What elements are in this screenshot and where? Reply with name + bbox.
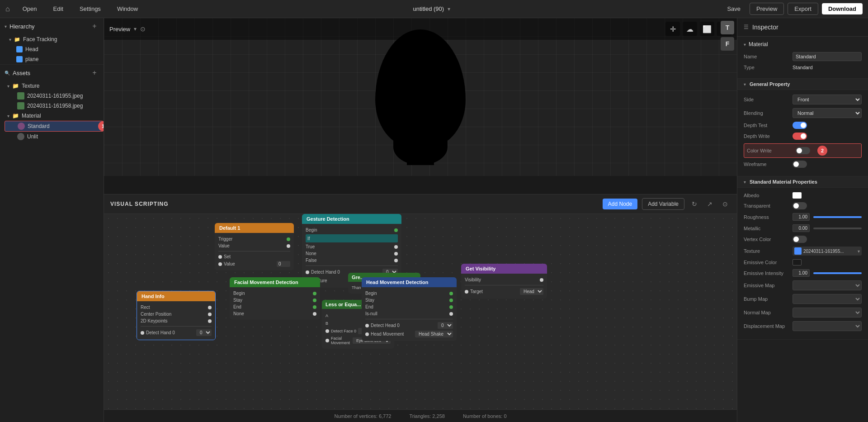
emissive-map-label: Emissive Map bbox=[744, 283, 789, 288]
visibility-out: Visibility bbox=[465, 276, 543, 283]
metallic-value[interactable]: 0.00 bbox=[793, 224, 810, 232]
texture-group-header[interactable]: ▾ 📁 Texture bbox=[5, 81, 104, 91]
emissive-map-select[interactable] bbox=[793, 280, 862, 290]
asset-texture-0[interactable]: 20240311-161955.jpeg bbox=[5, 91, 104, 101]
general-property-header[interactable]: ▾ General Property bbox=[737, 79, 868, 90]
vertex-color-toggle[interactable] bbox=[793, 236, 807, 243]
scripting-canvas[interactable]: Default 1 Trigger Value bbox=[104, 214, 737, 409]
albedo-label: Albedo bbox=[744, 193, 789, 198]
standard-material-thumb bbox=[18, 123, 25, 130]
menu-window[interactable]: Window bbox=[113, 4, 142, 14]
head-movement-type-select[interactable]: Head Shake bbox=[415, 331, 453, 337]
sidebar-item-face-tracking[interactable]: ▾ 📁 Face Tracking bbox=[0, 34, 104, 44]
menu-settings[interactable]: Settings bbox=[76, 4, 104, 14]
color-write-thumb bbox=[797, 148, 802, 153]
hierarchy-header[interactable]: ▾ Hierarchy + bbox=[0, 18, 104, 34]
preview-tool-cloud[interactable]: ☁ bbox=[683, 22, 697, 36]
scripting-export-icon[interactable]: ↗ bbox=[704, 199, 715, 209]
material-group-header[interactable]: ▾ 📁 Material bbox=[5, 111, 104, 121]
menu-edit[interactable]: Edit bbox=[49, 4, 66, 14]
displacement-map-row: Displacement Map bbox=[744, 321, 862, 331]
roughness-label: Roughness bbox=[744, 214, 789, 220]
asset-texture-1[interactable]: 20240311-161958.jpeg bbox=[5, 101, 104, 111]
title-dropdown-icon[interactable]: ▾ bbox=[448, 6, 450, 12]
gesture-none-dot bbox=[394, 252, 398, 256]
home-icon[interactable]: ⌂ bbox=[5, 5, 10, 13]
roughness-fill bbox=[813, 216, 862, 218]
wireframe-toggle[interactable] bbox=[793, 161, 807, 168]
sidebar-item-head[interactable]: Head bbox=[0, 44, 104, 54]
inspector-header: ☰ Inspector bbox=[737, 18, 868, 37]
roughness-value[interactable]: 1.00 bbox=[793, 213, 810, 221]
head-detect-select[interactable]: 0 bbox=[438, 322, 453, 329]
texture-picker[interactable]: 20240311-161955... ▾ bbox=[793, 247, 862, 256]
preview-tool-screen[interactable]: ⬜ bbox=[700, 22, 714, 36]
vertex-color-thumb bbox=[793, 237, 799, 242]
texture-row: Texture 20240311-161955... ▾ bbox=[744, 247, 862, 256]
export-button[interactable]: Export bbox=[788, 3, 818, 15]
assets-header[interactable]: 🔍 Assets + bbox=[0, 65, 104, 81]
head-end-dot bbox=[449, 305, 453, 309]
hierarchy-add-button[interactable]: + bbox=[90, 22, 99, 31]
std-material-title: Standard Material Properties bbox=[750, 179, 862, 185]
transparent-toggle[interactable] bbox=[793, 202, 807, 209]
emissive-intensity-value[interactable]: 1.00 bbox=[793, 269, 810, 277]
preview-button[interactable]: Preview bbox=[750, 3, 784, 15]
displacement-map-label: Displacement Map bbox=[744, 323, 789, 329]
depth-test-toggle[interactable] bbox=[793, 122, 807, 129]
depth-write-toggle[interactable] bbox=[793, 133, 807, 140]
displacement-map-select[interactable] bbox=[793, 321, 862, 331]
color-write-highlighted-row: Color Write 2 bbox=[744, 143, 862, 158]
head-movement-type-label: Head Movement bbox=[371, 332, 413, 337]
bump-map-label: Bump Map bbox=[744, 296, 789, 302]
download-button[interactable]: Download bbox=[822, 3, 863, 14]
lessequal-facial-dot bbox=[326, 339, 329, 342]
preview-settings-icon[interactable]: ⊙ bbox=[140, 25, 146, 33]
bump-map-select[interactable] bbox=[793, 294, 862, 304]
blending-select[interactable]: Normal bbox=[793, 108, 862, 118]
emissive-color-label: Emissive Color bbox=[744, 260, 789, 265]
color-write-toggle[interactable] bbox=[796, 147, 810, 154]
asset-material-unlit[interactable]: Unlit bbox=[5, 132, 104, 142]
scripting-settings-icon[interactable]: ⊙ bbox=[720, 199, 731, 209]
metallic-slider[interactable] bbox=[813, 228, 862, 229]
material-name-row: Name bbox=[744, 52, 862, 61]
menu-open[interactable]: Open bbox=[19, 4, 41, 14]
depth-write-label: Depth Write bbox=[744, 133, 789, 139]
handinfo-detect-select[interactable]: 0 bbox=[196, 329, 212, 336]
node-get-visibility-body: Visibility Target Head bbox=[461, 274, 547, 299]
node-divider bbox=[218, 251, 290, 251]
head-begin-dot bbox=[449, 292, 453, 295]
save-button[interactable]: Save bbox=[722, 4, 746, 14]
preview-dropdown-icon[interactable]: ▾ bbox=[134, 26, 137, 32]
assets-add-button[interactable]: + bbox=[90, 68, 99, 77]
face-tracking-folder-icon: 📁 bbox=[14, 37, 20, 43]
std-material-header[interactable]: ▾ Standard Material Properties bbox=[737, 176, 868, 188]
name-input[interactable] bbox=[793, 52, 862, 61]
head-movement-type-dot bbox=[365, 332, 369, 336]
general-property-title: General Property bbox=[750, 81, 862, 87]
asset-material-standard[interactable]: Standard bbox=[5, 121, 104, 132]
emissive-intensity-slider[interactable] bbox=[813, 272, 862, 274]
wireframe-label: Wireframe bbox=[744, 161, 789, 167]
value-input[interactable] bbox=[277, 261, 290, 267]
add-variable-button[interactable]: Add Variable bbox=[642, 198, 684, 210]
node-head-movement: Head Movement Detection Begin Stay End bbox=[362, 277, 457, 341]
scripting-refresh-icon[interactable]: ↻ bbox=[689, 199, 700, 209]
roughness-slider[interactable] bbox=[813, 216, 862, 218]
set-label: Set bbox=[224, 254, 290, 259]
face-tracking-expand-icon: ▾ bbox=[9, 37, 11, 42]
sidebar-item-plane[interactable]: plane bbox=[0, 54, 104, 64]
value-in-label: Value bbox=[224, 261, 275, 266]
add-node-button[interactable]: Add Node bbox=[603, 199, 637, 209]
standard-material-row: Standard 1 bbox=[5, 121, 104, 132]
facial-begin-label: Begin bbox=[233, 291, 311, 296]
visibility-target-select[interactable]: Head bbox=[520, 288, 543, 295]
preview-tool-move[interactable]: ✛ bbox=[665, 22, 680, 36]
node-handinfo-header: Hand Info bbox=[137, 291, 215, 301]
emissive-color-swatch[interactable] bbox=[793, 259, 802, 266]
side-row: Side Front bbox=[744, 95, 862, 104]
side-select[interactable]: Front bbox=[793, 95, 862, 104]
normal-map-select[interactable] bbox=[793, 308, 862, 318]
albedo-color-swatch[interactable] bbox=[793, 192, 802, 199]
